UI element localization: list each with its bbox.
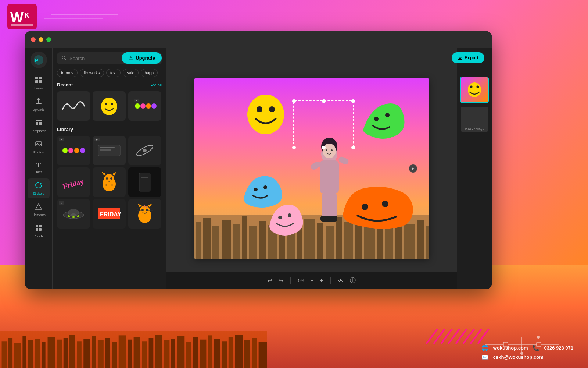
svg-rect-50 bbox=[39, 80, 42, 83]
elements-icon bbox=[35, 203, 42, 212]
svg-rect-121 bbox=[233, 224, 240, 259]
phone-icon: 📞 bbox=[532, 344, 539, 351]
sidebar-templates-label: Templates bbox=[31, 129, 46, 133]
svg-point-78 bbox=[80, 148, 85, 153]
sticker-smiley-yellow[interactable] bbox=[93, 91, 126, 121]
smiley-yellow-svg bbox=[242, 89, 290, 137]
svg-point-98 bbox=[68, 215, 70, 217]
sidebar-item-uploads[interactable]: Uploads bbox=[28, 95, 50, 114]
lib-sticker-ufo[interactable] bbox=[57, 199, 90, 229]
smiley-yellow-selected[interactable] bbox=[242, 89, 290, 139]
smiley-green[interactable] bbox=[359, 100, 407, 142]
lib-sticker-1[interactable] bbox=[57, 136, 90, 165]
svg-point-69 bbox=[105, 103, 107, 105]
handle-bl[interactable] bbox=[292, 146, 296, 149]
svg-point-154 bbox=[247, 95, 284, 134]
handle-tl[interactable] bbox=[292, 99, 296, 103]
svg-point-89 bbox=[106, 177, 108, 180]
handle-tr[interactable] bbox=[351, 99, 355, 103]
svg-marker-57 bbox=[36, 204, 42, 209]
lib-sticker-3[interactable] bbox=[128, 136, 161, 165]
svg-rect-80 bbox=[100, 147, 115, 148]
upgrade-button[interactable]: Upgrade bbox=[122, 52, 162, 64]
sidebar-item-batch[interactable]: Batch bbox=[28, 221, 50, 241]
svg-rect-119 bbox=[212, 226, 219, 259]
smiley-pink[interactable] bbox=[268, 202, 304, 238]
sidebar-item-stickers[interactable]: Stickers bbox=[28, 178, 50, 198]
video-badge-1 bbox=[59, 138, 64, 141]
zoom-out-btn[interactable]: − bbox=[310, 277, 313, 284]
sidebar-item-elements[interactable]: Elements bbox=[28, 200, 50, 220]
svg-rect-93 bbox=[139, 173, 150, 191]
tag-frames[interactable]: frames bbox=[57, 69, 78, 77]
sticker-dots[interactable] bbox=[128, 91, 161, 121]
svg-rect-60 bbox=[36, 228, 38, 231]
svg-point-77 bbox=[74, 148, 79, 153]
thumbnail-1[interactable] bbox=[460, 77, 489, 103]
svg-point-74 bbox=[151, 103, 157, 109]
tag-text[interactable]: text bbox=[106, 69, 121, 77]
export-button[interactable]: Export bbox=[452, 52, 484, 63]
svg-rect-48 bbox=[39, 77, 42, 79]
svg-rect-51 bbox=[36, 103, 42, 104]
zoom-in-btn[interactable]: + bbox=[320, 277, 323, 284]
svg-point-152 bbox=[326, 149, 327, 151]
lib-sticker-dark[interactable] bbox=[128, 167, 161, 197]
undo-button[interactable]: ↩ bbox=[268, 277, 272, 284]
svg-point-92 bbox=[111, 184, 113, 186]
svg-rect-143 bbox=[320, 160, 339, 194]
photos-icon bbox=[35, 140, 42, 149]
sidebar-logo[interactable]: P bbox=[31, 52, 47, 68]
visibility-btn[interactable]: 👁 bbox=[338, 277, 344, 284]
svg-point-86 bbox=[104, 174, 114, 184]
smiley-green-svg bbox=[359, 100, 407, 141]
svg-rect-130 bbox=[317, 223, 323, 259]
info-btn[interactable]: ⓘ bbox=[350, 277, 356, 284]
lib-sticker-cat[interactable] bbox=[93, 167, 126, 197]
sidebar-item-photos[interactable]: Photos bbox=[28, 137, 50, 157]
sidebar-stickers-label: Stickers bbox=[33, 192, 44, 195]
handle-tm[interactable] bbox=[322, 99, 326, 103]
right-panel: Export 1080 x 1080 px bbox=[457, 48, 492, 289]
stickers-panel: Upgrade frames bbox=[53, 48, 166, 289]
footer-row-2: ✉️ cskh@wokushop.com bbox=[481, 354, 573, 361]
lib-sticker-friday1[interactable]: Friday bbox=[57, 167, 90, 197]
svg-rect-145 bbox=[329, 192, 337, 218]
handle-br[interactable] bbox=[351, 146, 355, 149]
canvas-image bbox=[194, 78, 429, 259]
zoom-display: 0% bbox=[298, 278, 304, 283]
svg-point-73 bbox=[146, 103, 151, 109]
svg-point-70 bbox=[111, 103, 113, 105]
canvas-area: ▶ ↩ ↪ 0% − + 👁 ⓘ bbox=[166, 48, 457, 289]
svg-rect-58 bbox=[36, 225, 38, 227]
redo-button[interactable]: ↪ bbox=[278, 277, 283, 284]
smiley-pink-svg bbox=[268, 202, 304, 237]
sticker-squiggle[interactable] bbox=[57, 91, 90, 121]
svg-point-83 bbox=[143, 149, 147, 152]
tag-sale[interactable]: sale bbox=[123, 69, 138, 77]
sidebar-item-layout[interactable]: Layout bbox=[28, 73, 50, 93]
svg-point-158 bbox=[385, 113, 390, 117]
layout-icon bbox=[35, 76, 42, 85]
svg-text:K: K bbox=[24, 11, 30, 19]
footer-bar: 🌐 wokushop.com 📞 0326 923 071 ✉️ cskh@wo… bbox=[0, 309, 588, 368]
sidebar-item-text[interactable]: T Text bbox=[28, 159, 50, 177]
lib-sticker-2[interactable] bbox=[93, 136, 126, 165]
tag-pills: frames fireworks text sale happ bbox=[57, 69, 162, 77]
thumbnail-2[interactable]: 1080 x 1080 px bbox=[460, 106, 489, 132]
svg-rect-54 bbox=[39, 122, 42, 125]
tag-fireworks[interactable]: fireworks bbox=[80, 69, 104, 77]
canvas-nav-right[interactable]: ▶ bbox=[409, 164, 417, 173]
svg-rect-61 bbox=[39, 228, 42, 231]
lib-sticker-tiger[interactable] bbox=[128, 199, 161, 229]
email-icon: ✉️ bbox=[481, 354, 489, 361]
sidebar-item-templates[interactable]: Templates bbox=[28, 116, 50, 136]
svg-point-166 bbox=[468, 82, 481, 97]
svg-point-76 bbox=[68, 148, 74, 153]
sidebar-text-label: Text bbox=[36, 170, 42, 174]
lib-sticker-friday2[interactable]: FRIDAY bbox=[93, 199, 126, 229]
email-text: cskh@wokushop.com bbox=[493, 354, 544, 360]
handle-bm[interactable] bbox=[322, 146, 326, 149]
see-all-link[interactable]: See all bbox=[149, 83, 162, 87]
tag-happy[interactable]: happ bbox=[141, 69, 158, 77]
